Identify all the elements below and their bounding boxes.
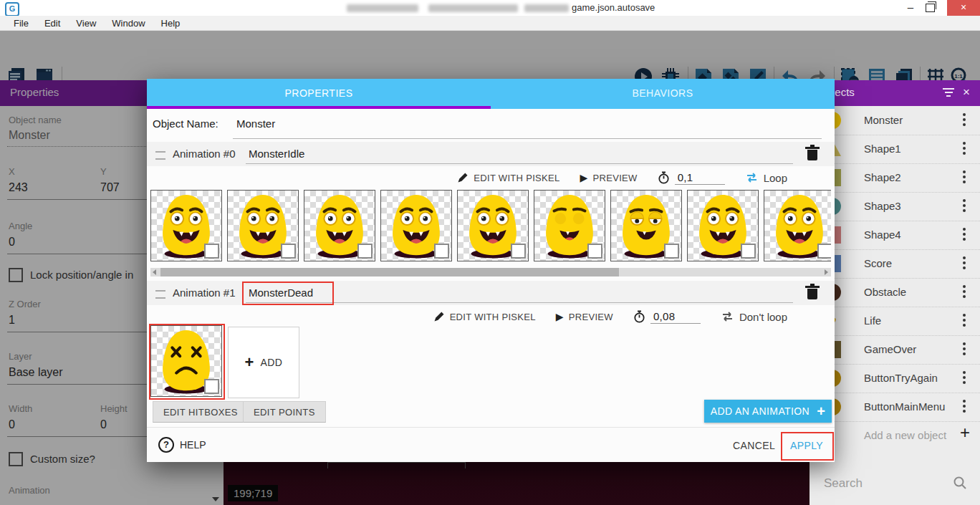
object-row-buttonmainmenu[interactable]: ButtonMainMenu	[810, 393, 980, 422]
add-frame-label: ADD	[260, 357, 282, 368]
time-between-frames-field[interactable]: 0,08	[633, 310, 701, 324]
object-menu-icon[interactable]	[963, 285, 966, 300]
menu-edit[interactable]: Edit	[37, 18, 68, 29]
custom-size-checkbox[interactable]	[9, 452, 23, 466]
time-between-frames-field[interactable]: 0,1	[658, 171, 725, 185]
preview-button[interactable]: ▶PREVIEW	[580, 172, 637, 183]
animation0-frame-6[interactable]	[610, 190, 682, 261]
object-name: Shape3	[864, 200, 901, 212]
add-an-animation-button[interactable]: ADD AN ANIMATION+	[704, 400, 832, 423]
lock-position-checkbox[interactable]	[9, 268, 23, 282]
preview-button[interactable]: ▶PREVIEW	[556, 311, 613, 322]
pencil-icon	[433, 311, 445, 322]
add-frame-tile[interactable]: + ADD	[228, 327, 299, 398]
gdevelop-window: G game.json.autosave – × FileEditViewWin…	[0, 0, 980, 505]
object-menu-icon[interactable]	[963, 314, 966, 329]
drag-handle-icon[interactable]	[155, 290, 165, 299]
object-name-input[interactable]: Monster	[236, 117, 275, 130]
menu-window[interactable]: Window	[104, 18, 153, 29]
frame-corner-button[interactable]	[741, 244, 756, 259]
frame-corner-button[interactable]	[511, 244, 526, 259]
object-row-gameover[interactable]: GameOver	[810, 335, 980, 365]
add-new-object-label[interactable]: Add a new object	[864, 429, 946, 441]
search-input[interactable]	[822, 476, 947, 491]
object-menu-icon[interactable]	[963, 342, 966, 357]
object-row-monster[interactable]: Monster	[810, 106, 980, 135]
x-value[interactable]: 243	[9, 181, 28, 194]
object-menu-icon[interactable]	[963, 371, 966, 386]
animation1-label: Animation #1	[173, 287, 236, 299]
frame-corner-button[interactable]	[357, 244, 373, 259]
delete-animation-icon[interactable]	[807, 150, 817, 160]
cancel-button[interactable]: CANCEL	[733, 440, 775, 451]
animation0-frame-7[interactable]	[687, 190, 759, 261]
object-name: ButtonTryAgain	[864, 372, 938, 384]
add-new-object-plus-icon[interactable]: +	[960, 423, 970, 443]
edit-with-piskel-button[interactable]: EDIT WITH PISKEL	[433, 311, 536, 322]
animation0-frame-5[interactable]	[534, 190, 605, 261]
delete-animation-icon[interactable]	[807, 289, 817, 299]
frame-corner-button[interactable]	[204, 244, 219, 259]
timer-icon	[633, 310, 645, 323]
minimize-button[interactable]: –	[903, 1, 918, 14]
animation0-frame-4[interactable]	[457, 190, 529, 261]
object-row-shape3[interactable]: Shape3	[810, 192, 980, 221]
frame-corner-button[interactable]	[817, 244, 831, 259]
tab-behaviors[interactable]: BEHAVIORS	[491, 79, 835, 106]
animation-dropdown-arrow[interactable]	[212, 497, 219, 501]
object-menu-icon[interactable]	[963, 113, 966, 128]
object-menu-icon[interactable]	[963, 142, 966, 157]
object-row-shape4[interactable]: Shape4	[810, 221, 980, 250]
layer-value[interactable]: Base layer	[9, 366, 63, 379]
object-name-value[interactable]: Monster	[9, 129, 50, 142]
animation0-frame-3[interactable]	[380, 190, 452, 261]
frames-scrollbar[interactable]	[150, 268, 831, 276]
width-value[interactable]: 0	[9, 418, 15, 431]
loop-toggle[interactable]: Don't loop	[721, 310, 787, 323]
menu-help[interactable]: Help	[153, 18, 188, 29]
object-name-label: Object Name:	[153, 117, 218, 130]
animation0-frame-1[interactable]	[227, 190, 299, 261]
edit-points-button[interactable]: EDIT POINTS	[243, 401, 326, 423]
drag-handle-icon[interactable]	[155, 151, 165, 160]
animation0-frame-0[interactable]	[150, 190, 222, 261]
help-button[interactable]: ?HELP	[158, 437, 206, 453]
object-menu-icon[interactable]	[963, 256, 966, 271]
frame-corner-button[interactable]	[281, 244, 296, 259]
frame-corner-button[interactable]	[587, 244, 602, 259]
close-panel-icon[interactable]: ×	[963, 85, 970, 100]
menu-file[interactable]: File	[6, 18, 37, 29]
object-row-shape1[interactable]: Shape1	[810, 135, 980, 164]
filter-icon[interactable]	[943, 88, 954, 97]
scrollbar-thumb[interactable]	[160, 268, 619, 276]
edit-hitboxes-button[interactable]: EDIT HITBOXES	[153, 401, 249, 423]
restore-button[interactable]	[926, 4, 935, 12]
object-menu-icon[interactable]	[963, 170, 966, 186]
object-menu-icon[interactable]	[963, 228, 966, 243]
height-value[interactable]: 0	[100, 418, 107, 431]
frame-corner-button[interactable]	[664, 244, 679, 259]
edit-with-piskel-button[interactable]: EDIT WITH PISKEL	[457, 172, 559, 183]
animation0-name-input[interactable]: MonsterIdle	[249, 148, 304, 160]
redacted-title-segment	[347, 4, 418, 12]
tab-properties[interactable]: PROPERTIES	[147, 79, 491, 106]
frame-corner-button[interactable]	[434, 244, 449, 259]
animation0-frame-2[interactable]	[304, 190, 375, 261]
object-menu-icon[interactable]	[963, 199, 966, 214]
object-row-life[interactable]: ♥Life	[810, 307, 980, 336]
y-value[interactable]: 707	[100, 181, 120, 194]
object-row-obstacle[interactable]: Obstacle	[810, 278, 980, 307]
object-row-shape2[interactable]: Shape2	[810, 163, 980, 193]
scroll-left-icon[interactable]	[153, 269, 156, 275]
animation0-frame-8[interactable]	[764, 190, 831, 261]
menu-view[interactable]: View	[68, 18, 104, 29]
object-row-buttontryagain[interactable]: ButtonTryAgain	[810, 364, 980, 393]
z-order-value[interactable]: 1	[9, 314, 15, 327]
loop-toggle[interactable]: Loop	[745, 171, 787, 184]
object-menu-icon[interactable]	[963, 400, 966, 415]
object-row-score[interactable]: Score	[810, 249, 980, 279]
close-button[interactable]: ×	[947, 0, 980, 16]
scroll-right-icon[interactable]	[825, 269, 828, 275]
object-name: Monster	[864, 114, 903, 126]
angle-value[interactable]: 0	[9, 236, 15, 249]
